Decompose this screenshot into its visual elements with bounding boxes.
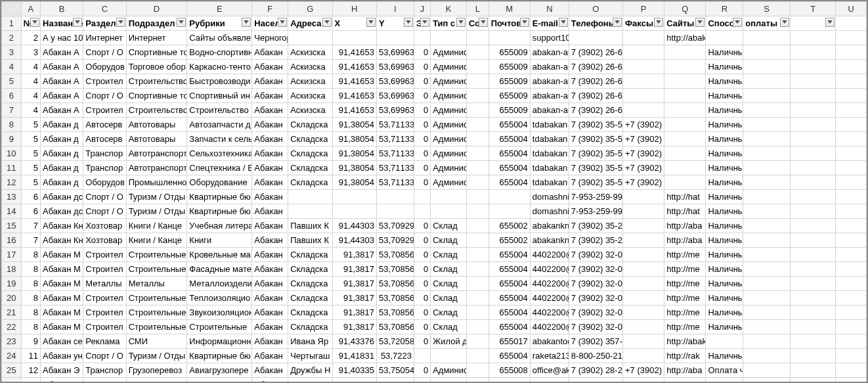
cell[interactable] bbox=[836, 118, 867, 132]
cell[interactable] bbox=[836, 204, 867, 219]
cell[interactable]: Звукоизоляцион bbox=[187, 305, 252, 320]
cell[interactable]: 655004 bbox=[488, 132, 530, 146]
cell[interactable] bbox=[790, 233, 836, 248]
cell[interactable]: Наличный расчет, Оплата через бан bbox=[706, 190, 743, 204]
header-cell[interactable] bbox=[836, 16, 867, 31]
cell[interactable]: 53,71133 bbox=[376, 146, 414, 161]
row-header[interactable]: 19 bbox=[2, 277, 22, 291]
cell[interactable] bbox=[664, 74, 706, 89]
cell[interactable]: 7 (3902) 32-04-00,7 (390 bbox=[569, 320, 622, 334]
cell[interactable]: http://abakan.1001kvartira.ru,http://vk.… bbox=[664, 31, 706, 45]
cell[interactable] bbox=[466, 262, 488, 277]
cell[interactable]: Торговое обор bbox=[126, 60, 187, 74]
cell[interactable]: 7 (3902) 32-04-00,7 (390 bbox=[569, 291, 622, 305]
cell[interactable]: 655008 bbox=[488, 363, 530, 378]
cell[interactable] bbox=[836, 89, 867, 103]
cell[interactable] bbox=[743, 219, 791, 233]
cell[interactable]: Складска bbox=[288, 305, 332, 320]
cell[interactable] bbox=[743, 175, 791, 190]
cell[interactable] bbox=[790, 175, 836, 190]
cell[interactable]: 7 (3902) 32-04-00,7 (390 bbox=[569, 262, 622, 277]
cell[interactable]: 7 (3902) 35-5 bbox=[569, 161, 622, 175]
cell[interactable]: Склад bbox=[431, 277, 467, 291]
cell[interactable] bbox=[376, 190, 414, 204]
cell[interactable]: Наличный расчет, Оплата через бан bbox=[706, 248, 743, 262]
cell[interactable]: Абакан А bbox=[41, 74, 83, 89]
cell[interactable] bbox=[743, 349, 791, 363]
cell[interactable]: 91,41679 bbox=[332, 378, 376, 384]
row-header[interactable]: 7 bbox=[2, 103, 22, 118]
cell[interactable]: 5 bbox=[21, 132, 41, 146]
filter-dropdown-icon[interactable] bbox=[404, 18, 413, 27]
filter-dropdown-icon[interactable] bbox=[695, 18, 705, 27]
cell[interactable] bbox=[836, 190, 867, 204]
cell[interactable]: 655004 bbox=[488, 349, 530, 363]
cell[interactable]: Квартирные бю bbox=[187, 349, 252, 363]
cell[interactable]: Строител bbox=[83, 262, 126, 277]
cell[interactable]: Спорт / О bbox=[83, 45, 126, 60]
cell[interactable]: 11 bbox=[21, 349, 41, 363]
cell[interactable]: abakan-au bbox=[530, 60, 569, 74]
cell[interactable] bbox=[836, 45, 867, 60]
cell[interactable]: 7 bbox=[21, 233, 41, 248]
cell[interactable] bbox=[790, 45, 836, 60]
cell[interactable]: 53,69963 bbox=[376, 74, 414, 89]
filter-dropdown-icon[interactable] bbox=[30, 18, 39, 27]
column-header-A[interactable]: A bbox=[21, 2, 41, 16]
column-header-M[interactable]: M bbox=[488, 2, 530, 16]
cell[interactable]: 53,70856 bbox=[376, 291, 414, 305]
row-header[interactable]: 5 bbox=[2, 74, 22, 89]
cell[interactable]: 7-953-259-99-0 bbox=[569, 190, 622, 204]
cell[interactable] bbox=[466, 363, 488, 378]
hyperlink[interactable]: http://me bbox=[666, 250, 700, 259]
cell[interactable]: Абакан bbox=[252, 378, 288, 384]
hyperlink[interactable]: http://rak bbox=[666, 351, 700, 361]
cell[interactable] bbox=[836, 277, 867, 291]
cell[interactable]: 0 bbox=[414, 378, 430, 384]
cell[interactable]: Абакан bbox=[252, 334, 288, 349]
cell[interactable]: 0 bbox=[414, 219, 430, 233]
cell[interactable]: 91,3817 bbox=[332, 320, 376, 334]
cell[interactable]: http://hat bbox=[664, 204, 706, 219]
cell[interactable]: +7 (3902) 28-58-09 bbox=[623, 118, 664, 132]
cell[interactable] bbox=[743, 334, 791, 349]
cell[interactable]: Аскизска bbox=[288, 45, 332, 60]
cell[interactable] bbox=[743, 146, 791, 161]
cell[interactable] bbox=[664, 103, 706, 118]
cell[interactable] bbox=[836, 31, 867, 45]
column-header-B[interactable]: B bbox=[41, 2, 83, 16]
cell[interactable]: Промышленно bbox=[126, 175, 187, 190]
cell[interactable]: 91,44303 bbox=[332, 233, 376, 248]
cell[interactable]: 12 bbox=[21, 363, 41, 378]
filter-dropdown-icon[interactable] bbox=[420, 18, 429, 27]
cell[interactable]: Абакан М bbox=[41, 277, 83, 291]
column-header-I[interactable]: I bbox=[376, 2, 414, 16]
column-header-N[interactable]: N bbox=[530, 2, 569, 16]
cell[interactable] bbox=[623, 277, 664, 291]
filter-dropdown-icon[interactable] bbox=[322, 18, 332, 27]
cell[interactable]: Аскизска bbox=[288, 74, 332, 89]
cell[interactable]: 655004 bbox=[488, 118, 530, 132]
cell[interactable]: 655009 bbox=[488, 103, 530, 118]
cell[interactable]: Абакан bbox=[252, 146, 288, 161]
cell[interactable]: http://hat bbox=[664, 190, 706, 204]
cell[interactable] bbox=[376, 204, 414, 219]
cell[interactable]: http://me bbox=[664, 262, 706, 277]
cell[interactable]: 8 bbox=[21, 291, 41, 305]
filter-dropdown-icon[interactable] bbox=[613, 18, 622, 27]
cell[interactable]: Строительство bbox=[126, 74, 187, 89]
cell[interactable]: 4402200@ bbox=[530, 305, 569, 320]
cell[interactable]: Абакан bbox=[252, 45, 288, 60]
cell[interactable]: 7 (3902) 35-5 bbox=[569, 118, 622, 132]
cell[interactable]: Транспор bbox=[83, 146, 126, 161]
row-header[interactable]: 8 bbox=[2, 118, 22, 132]
column-header-S[interactable]: S bbox=[743, 2, 791, 16]
header-cell[interactable]: X bbox=[332, 16, 376, 31]
row-header[interactable]: 2 bbox=[2, 31, 22, 45]
cell[interactable] bbox=[623, 219, 664, 233]
cell[interactable] bbox=[706, 31, 743, 45]
cell[interactable]: 5 bbox=[21, 175, 41, 190]
header-cell[interactable]: Название bbox=[41, 16, 83, 31]
cell[interactable]: Автотовары bbox=[126, 118, 187, 132]
cell[interactable] bbox=[466, 89, 488, 103]
